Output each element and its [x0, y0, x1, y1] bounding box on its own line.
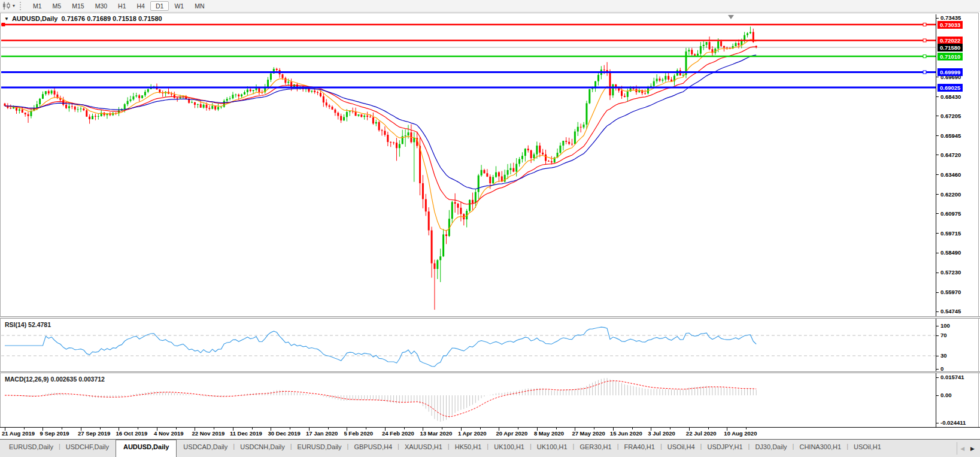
- rsi-chart-canvas[interactable]: [1, 319, 936, 371]
- chart-tab-USOil-H1[interactable]: USOil,H1: [848, 440, 887, 457]
- date-label: 13 Mar 2020: [420, 430, 452, 437]
- price-tick-label: 0.55970: [940, 289, 961, 295]
- rsi-tick-mark: [936, 356, 939, 356]
- timeframe-button-M30[interactable]: M30: [90, 1, 113, 11]
- timeframe-button-D1[interactable]: D1: [150, 1, 169, 11]
- chart-tab-UK100-H1[interactable]: UK100,H1: [489, 440, 530, 457]
- date-minor-tick: [366, 428, 366, 429]
- price-level-badge: 0.69999: [937, 68, 963, 76]
- chart-tab-EURUSD-Daily[interactable]: EURUSD,Daily: [292, 440, 347, 457]
- tab-scroll-right-icon[interactable]: ▶: [967, 446, 978, 452]
- rsi-tick-mark: [936, 326, 939, 326]
- date-label: 16 Oct 2019: [116, 430, 147, 437]
- chart-tab-EURUSD-Daily[interactable]: EURUSD,Daily: [4, 440, 59, 457]
- hline-handle-icon[interactable]: [923, 39, 926, 42]
- price-tick-label: 0.64720: [940, 152, 961, 158]
- price-axis[interactable]: 0.734350.696900.684300.672050.659450.647…: [936, 14, 979, 316]
- rsi-axis: 10070300: [936, 319, 979, 371]
- macd-signal-line: [5, 381, 756, 417]
- date-minor-tick: [632, 428, 633, 429]
- hline-handle-icon[interactable]: [2, 23, 5, 26]
- tab-scroll-left-icon[interactable]: ◀: [957, 446, 967, 452]
- date-label: 8 May 2020: [534, 430, 564, 437]
- rsi-tick-mark: [936, 335, 939, 336]
- timeframe-button-M5[interactable]: M5: [47, 1, 67, 11]
- price-tick-label: 0.60975: [940, 210, 961, 217]
- date-minor-tick: [252, 428, 253, 429]
- chart-shift-marker-icon[interactable]: [728, 15, 734, 19]
- macd-tick-label: 0.015741: [940, 374, 964, 380]
- price-tick-label: 0.57230: [940, 269, 961, 276]
- price-tick-label: 0.67205: [940, 113, 961, 119]
- chart-tab-USDJPY-H1[interactable]: USDJPY,H1: [702, 440, 748, 457]
- price-level-badge: 0.73033: [937, 21, 963, 29]
- price-tick-mark: [936, 116, 939, 116]
- date-minor-tick: [328, 428, 329, 429]
- pane-splitter[interactable]: [0, 371, 980, 373]
- hline-handle-icon[interactable]: [923, 71, 926, 74]
- chart-tab-FRA40-H1[interactable]: FRA40,H1: [619, 440, 660, 457]
- chart-tab-CHINA300-H1[interactable]: CHINA300,H1: [794, 440, 846, 457]
- timeframe-button-M15[interactable]: M15: [66, 1, 89, 11]
- chart-tab-USDCAD-Daily[interactable]: USDCAD,Daily: [178, 440, 233, 457]
- price-tick-mark: [936, 77, 939, 77]
- toolbar-drag-grip[interactable]: [20, 2, 23, 10]
- date-label: 9 Sep 2019: [40, 430, 69, 437]
- price-level-badge: 0.69025: [937, 84, 963, 92]
- price-tick-mark: [936, 273, 939, 273]
- chart-tab-DJ30-Daily[interactable]: DJ30,Daily: [750, 440, 792, 457]
- chart-tab-GBPUSD-H4[interactable]: GBPUSD,H4: [348, 440, 398, 457]
- chart-tab-USDCHF-Daily[interactable]: USDCHF,Daily: [60, 440, 114, 457]
- price-tick-mark: [936, 213, 939, 214]
- timeframe-button-MN[interactable]: MN: [189, 1, 210, 11]
- date-label: 21 Aug 2019: [2, 430, 35, 437]
- macd-tick-label: -0.024411: [940, 419, 966, 426]
- date-label: 3 Jul 2020: [648, 430, 675, 437]
- price-chart-canvas[interactable]: [1, 14, 936, 316]
- dropdown-arrow-icon[interactable]: ▾: [13, 3, 15, 8]
- chart-tab-UK100-H1[interactable]: UK100,H1: [532, 440, 573, 457]
- chart-tab-AUDUSD-Daily[interactable]: AUDUSD,Daily: [116, 440, 177, 457]
- date-label: 30 Dec 2019: [268, 430, 300, 437]
- price-tick-label: 0.58490: [940, 249, 961, 256]
- date-label: 15 Jun 2020: [610, 430, 642, 437]
- rsi-tick-label: 100: [940, 322, 950, 329]
- tab-scroll-arrows: ◀▶: [957, 442, 980, 455]
- rsi-label: RSI(14) 52.4781: [5, 321, 51, 328]
- rsi-tick-label: 70: [940, 332, 947, 338]
- date-axis[interactable]: 21 Aug 20199 Sep 201927 Sep 201916 Oct 2…: [0, 427, 980, 439]
- date-label: 11 Dec 2019: [230, 430, 262, 437]
- date-minor-tick: [290, 428, 290, 429]
- date-minor-tick: [100, 428, 101, 429]
- price-tick-mark: [936, 253, 939, 253]
- timeframe-button-W1[interactable]: W1: [169, 1, 189, 11]
- timeframe-button-M1[interactable]: M1: [28, 1, 47, 11]
- chart-tab-GER30-H1[interactable]: GER30,H1: [574, 440, 617, 457]
- chart-tab-USDCNH-Daily[interactable]: USDCNH,Daily: [235, 440, 290, 457]
- date-label: 1 Apr 2020: [458, 430, 487, 437]
- pane-splitter[interactable]: [0, 316, 980, 319]
- price-level-badge: 0.71580: [937, 44, 963, 52]
- macd-histogram-group: [5, 378, 756, 422]
- price-tick-mark: [936, 311, 939, 312]
- macd-tick-mark: [936, 395, 939, 396]
- chart-type-icon[interactable]: [1, 1, 12, 10]
- rsi-line: [5, 327, 756, 367]
- date-label: 22 Nov 2019: [192, 430, 224, 437]
- date-label: 27 May 2020: [572, 430, 605, 437]
- price-tick-label: 0.68430: [940, 93, 961, 100]
- timeframe-button-H4[interactable]: H4: [132, 1, 150, 11]
- macd-chart-canvas[interactable]: [1, 373, 936, 426]
- hline-handle-icon[interactable]: [923, 23, 926, 26]
- date-minor-tick: [404, 428, 405, 429]
- chart-dropdown-icon[interactable]: ▼: [4, 16, 9, 22]
- rsi-tick-mark: [936, 369, 939, 370]
- chart-tab-HK50-H1[interactable]: HK50,H1: [450, 440, 487, 457]
- hline-handle-icon[interactable]: [923, 55, 926, 58]
- price-tick-mark: [936, 96, 939, 97]
- chart-tab-XAUUSD-H1[interactable]: XAUUSD,H1: [399, 440, 448, 457]
- mt4-terminal: ▾ M1M5M15M30H1H4D1W1MN ▼AUDUSD,Daily 0.7…: [0, 0, 980, 457]
- timeframe-button-H1[interactable]: H1: [113, 1, 131, 11]
- chart-tab-USOil-H4[interactable]: USOil,H4: [662, 440, 700, 457]
- date-minor-tick: [442, 428, 442, 429]
